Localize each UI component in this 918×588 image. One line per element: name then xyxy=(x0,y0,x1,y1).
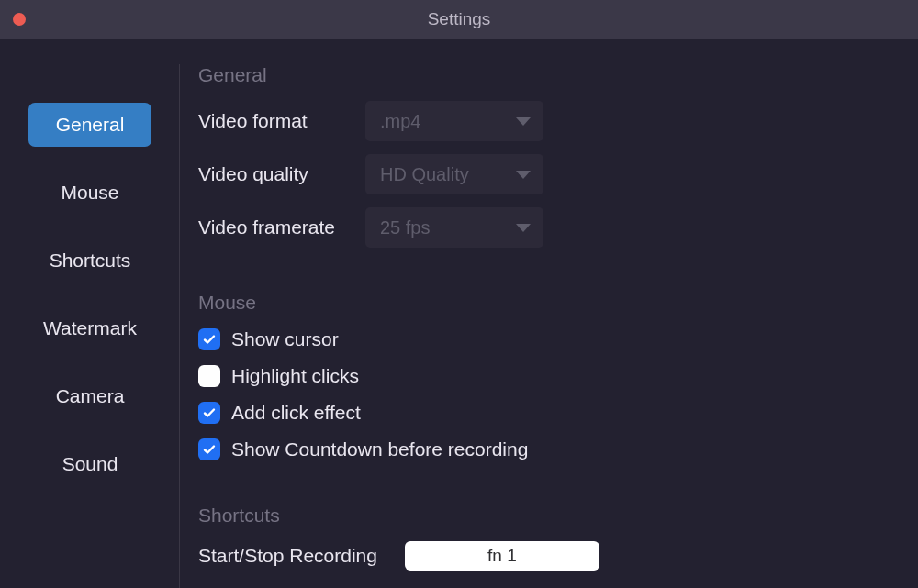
label-add-click-effect: Add click effect xyxy=(231,402,361,424)
checkbox-highlight-clicks[interactable] xyxy=(198,365,220,387)
label-highlight-clicks: Highlight clicks xyxy=(231,365,359,387)
row-show-countdown: Show Countdown before recording xyxy=(198,438,900,460)
chevron-down-icon xyxy=(516,117,531,126)
select-value-video-framerate: 25 fps xyxy=(380,217,430,239)
sidebar-item-mouse[interactable]: Mouse xyxy=(28,171,151,215)
shortcut-field-start-stop[interactable]: fn 1 xyxy=(405,541,599,571)
section-header-general: General xyxy=(198,64,900,86)
sidebar-item-sound[interactable]: Sound xyxy=(28,442,151,486)
window-title: Settings xyxy=(428,9,491,29)
close-window-button[interactable] xyxy=(13,13,26,26)
check-icon xyxy=(202,405,217,420)
checkbox-show-countdown[interactable] xyxy=(198,438,220,460)
row-highlight-clicks: Highlight clicks xyxy=(198,365,900,387)
sidebar: General Mouse Shortcuts Watermark Camera… xyxy=(0,39,180,588)
chevron-down-icon xyxy=(516,171,531,179)
section-header-shortcuts: Shortcuts xyxy=(198,505,900,527)
section-header-mouse: Mouse xyxy=(198,292,900,314)
label-show-cursor: Show cursor xyxy=(231,328,339,350)
check-icon xyxy=(202,442,217,457)
select-video-quality[interactable]: HD Quality xyxy=(365,154,543,194)
checkbox-add-click-effect[interactable] xyxy=(198,402,220,424)
label-video-framerate: Video framerate xyxy=(198,216,365,239)
row-add-click-effect: Add click effect xyxy=(198,402,900,424)
row-start-stop-recording: Start/Stop Recording fn 1 xyxy=(198,541,900,571)
label-video-format: Video format xyxy=(198,110,365,132)
sidebar-divider xyxy=(179,64,180,588)
chevron-down-icon xyxy=(516,224,531,232)
sidebar-item-general[interactable]: General xyxy=(28,103,151,147)
select-video-format[interactable]: .mp4 xyxy=(365,101,543,141)
select-video-framerate[interactable]: 25 fps xyxy=(365,207,543,248)
label-start-stop-recording: Start/Stop Recording xyxy=(198,545,377,567)
select-value-video-format: .mp4 xyxy=(380,111,420,132)
checkbox-show-cursor[interactable] xyxy=(198,328,220,350)
sidebar-item-watermark[interactable]: Watermark xyxy=(28,306,151,350)
content: General Mouse Shortcuts Watermark Camera… xyxy=(0,39,918,588)
sidebar-item-shortcuts[interactable]: Shortcuts xyxy=(28,239,151,283)
section-shortcuts: Shortcuts Start/Stop Recording fn 1 xyxy=(198,505,900,571)
label-show-countdown: Show Countdown before recording xyxy=(231,438,528,460)
sidebar-item-camera[interactable]: Camera xyxy=(28,374,151,418)
row-video-quality: Video quality HD Quality xyxy=(198,154,900,194)
section-general: General Video format .mp4 Video quality … xyxy=(198,64,900,248)
section-mouse: Mouse Show cursor Highlight clicks xyxy=(198,292,900,460)
main-panel: General Video format .mp4 Video quality … xyxy=(180,39,918,588)
row-show-cursor: Show cursor xyxy=(198,328,900,350)
check-icon xyxy=(202,332,217,347)
traffic-lights xyxy=(13,13,26,26)
label-video-quality: Video quality xyxy=(198,163,365,185)
row-video-framerate: Video framerate 25 fps xyxy=(198,207,900,248)
select-value-video-quality: HD Quality xyxy=(380,164,469,185)
titlebar: Settings xyxy=(0,0,918,39)
row-video-format: Video format .mp4 xyxy=(198,101,900,141)
